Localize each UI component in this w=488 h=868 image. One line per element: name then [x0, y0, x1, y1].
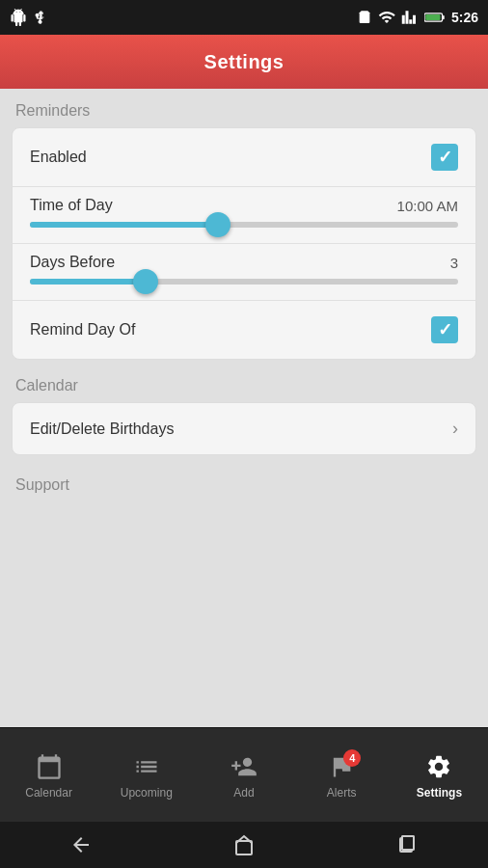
content-area: Reminders Enabled Time of Day 10:00 AM D… — [0, 89, 488, 727]
time-of-day-row: Time of Day 10:00 AM — [13, 187, 475, 244]
status-bar: 5:26 — [0, 0, 488, 35]
days-before-header: Days Before 3 — [30, 254, 458, 271]
sim-icon — [357, 10, 372, 25]
days-before-fill — [30, 279, 146, 285]
wifi-icon — [378, 9, 395, 26]
remind-day-of-checkbox[interactable] — [431, 316, 458, 343]
alerts-nav-label: Alerts — [327, 786, 357, 800]
reminders-card: Enabled Time of Day 10:00 AM Days Before… — [12, 127, 476, 360]
svg-rect-5 — [402, 836, 414, 850]
system-nav-bar — [0, 822, 488, 868]
add-nav-icon — [229, 751, 259, 782]
days-before-row: Days Before 3 — [13, 244, 475, 301]
status-icons-left — [10, 9, 48, 26]
battery-icon — [424, 11, 446, 24]
usb-icon — [35, 9, 48, 26]
back-button[interactable] — [69, 833, 93, 856]
calendar-card: Edit/Delete Birthdays › — [12, 402, 476, 455]
nav-item-settings[interactable]: Settings — [391, 744, 488, 807]
enabled-label: Enabled — [30, 149, 87, 166]
days-before-track[interactable] — [30, 279, 458, 285]
app-header: Settings — [0, 35, 488, 89]
reminders-section-label: Reminders — [12, 102, 476, 120]
nav-item-upcoming[interactable]: Upcoming — [97, 744, 195, 807]
upcoming-nav-label: Upcoming — [121, 786, 173, 800]
status-icons-right: 5:26 — [357, 9, 478, 26]
calendar-nav-label: Calendar — [25, 786, 72, 800]
days-before-label: Days Before — [30, 254, 115, 271]
add-nav-label: Add — [233, 786, 254, 800]
remind-day-of-label: Remind Day Of — [30, 321, 135, 339]
signal-icon — [401, 9, 419, 26]
remind-day-of-row: Remind Day Of — [13, 301, 475, 359]
alerts-badge-container: 4 — [328, 753, 355, 780]
support-section-label: Support — [12, 473, 476, 494]
calendar-nav-icon — [34, 751, 65, 782]
recent-apps-button[interactable] — [395, 833, 419, 856]
android-icon — [10, 9, 27, 26]
upcoming-nav-icon — [131, 751, 162, 782]
bottom-navigation: Calendar Upcoming Add 4 Alerts — [0, 727, 488, 822]
settings-nav-label: Settings — [417, 786, 462, 800]
nav-item-alerts[interactable]: 4 Alerts — [293, 744, 391, 807]
svg-rect-1 — [443, 15, 445, 19]
enabled-checkbox[interactable] — [431, 144, 458, 171]
time-of-day-label: Time of Day — [30, 197, 113, 214]
nav-item-calendar[interactable]: Calendar — [0, 744, 97, 807]
time-of-day-fill — [30, 222, 218, 228]
time-of-day-thumb[interactable] — [205, 212, 230, 237]
clock: 5:26 — [451, 10, 478, 25]
days-before-thumb[interactable] — [133, 269, 158, 294]
svg-rect-2 — [425, 14, 440, 20]
days-before-value: 3 — [450, 255, 458, 271]
home-button[interactable] — [232, 833, 256, 856]
settings-nav-icon — [423, 751, 454, 782]
calendar-section-label: Calendar — [12, 377, 476, 394]
nav-item-add[interactable]: Add — [195, 744, 292, 807]
edit-delete-row[interactable]: Edit/Delete Birthdays › — [13, 403, 475, 454]
enabled-row: Enabled — [13, 128, 475, 187]
edit-delete-label: Edit/Delete Birthdays — [30, 420, 174, 438]
time-of-day-value: 10:00 AM — [397, 198, 458, 214]
time-of-day-header: Time of Day 10:00 AM — [30, 197, 458, 214]
alerts-nav-icon: 4 — [326, 751, 357, 782]
chevron-right-icon: › — [452, 419, 458, 439]
svg-rect-3 — [236, 841, 252, 854]
time-of-day-track[interactable] — [30, 222, 458, 228]
alerts-badge: 4 — [343, 749, 361, 767]
header-title: Settings — [204, 51, 285, 73]
